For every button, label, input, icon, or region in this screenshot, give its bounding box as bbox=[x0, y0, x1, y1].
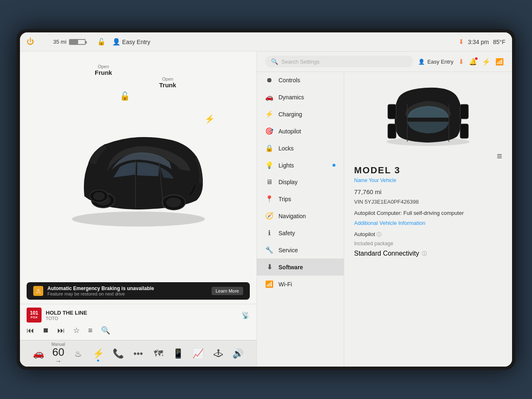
battery-section: 35 mi bbox=[53, 39, 86, 45]
status-bar: ⏻ 35 mi 🔓 👤 Easy Entry ⬇ 3:34 pm 85°F bbox=[20, 32, 512, 52]
header-download-icon[interactable]: ⬇ bbox=[458, 58, 464, 66]
search-icon: 🔍 bbox=[271, 58, 278, 65]
vehicle-top-view-image bbox=[370, 80, 486, 147]
header-bell-icon[interactable]: 🔔 bbox=[469, 58, 477, 66]
taskbar-speed: Manual 60 → bbox=[48, 340, 68, 367]
svg-point-6 bbox=[93, 192, 105, 200]
main-content: Open Frunk Open Trunk 🔓 ⚡ bbox=[20, 52, 512, 367]
display-icon: 🖥 bbox=[265, 178, 273, 186]
header-signal-icon[interactable]: 📶 bbox=[495, 58, 504, 66]
music-station: 101 FOX HOLD THE LINE TOTO 📡 bbox=[27, 308, 250, 323]
locks-icon: 🔒 bbox=[265, 144, 273, 152]
nav-item-locks[interactable]: 🔒 Locks bbox=[257, 140, 344, 157]
clock: 3:34 pm bbox=[468, 39, 489, 45]
alert-text: Automatic Emergency Braking is unavailab… bbox=[47, 286, 207, 296]
door-lock-icon[interactable]: 🔓 bbox=[120, 91, 130, 101]
trunk-label[interactable]: Open Trunk bbox=[159, 76, 176, 89]
emergency-braking-alert: ⚠ Automatic Emergency Braking is unavail… bbox=[27, 282, 250, 300]
profile-icon: 👤 bbox=[112, 38, 121, 46]
search-box[interactable]: 🔍 Search Settings bbox=[265, 56, 413, 67]
volume-icon: 🔊 bbox=[232, 348, 244, 359]
settings-header: 🔍 Search Settings 👤 Easy Entry ⬇ 🔔 ⚡ bbox=[257, 52, 512, 72]
next-track-button[interactable]: ⏭ bbox=[57, 326, 65, 335]
autopilot-package: Included package bbox=[354, 241, 502, 246]
status-center: 🔓 👤 Easy Entry bbox=[97, 38, 150, 46]
svg-point-0 bbox=[72, 212, 205, 227]
music-controls: ⏮ ⏹ ⏭ ☆ ≡ 🔍 bbox=[27, 324, 250, 337]
nav-item-display[interactable]: 🖥 Display bbox=[257, 174, 344, 190]
connectivity-row: Standard Connectivity ⓘ bbox=[354, 250, 502, 257]
taskbar: 🚗 Manual 60 → ♨ ⚡ bbox=[20, 340, 256, 367]
left-panel: Open Frunk Open Trunk 🔓 ⚡ bbox=[20, 52, 257, 367]
cast-icon[interactable]: 📡 bbox=[241, 311, 250, 319]
taskbar-volume[interactable]: 🔊 bbox=[228, 340, 248, 367]
taskbar-media[interactable]: 📱 bbox=[168, 340, 188, 367]
header-profile-icon: 👤 bbox=[418, 59, 425, 65]
name-vehicle-link[interactable]: Name Your Vehicle bbox=[354, 177, 502, 183]
learn-more-button[interactable]: Learn More bbox=[212, 287, 243, 295]
driver-profile[interactable]: 👤 Easy Entry bbox=[112, 38, 150, 46]
taskbar-bluetooth[interactable]: ⚡ bbox=[88, 340, 108, 367]
nav-item-controls[interactable]: ⏺ Controls bbox=[257, 72, 344, 89]
equalizer-button[interactable]: ≡ bbox=[88, 326, 93, 335]
navigation-icon: 🗺 bbox=[154, 348, 163, 359]
nav-item-wifi[interactable]: 📶 Wi-Fi bbox=[257, 276, 344, 293]
alert-icon: ⚠ bbox=[33, 286, 43, 296]
speed-arrow-icon: → bbox=[55, 357, 62, 365]
status-download-icon[interactable]: ⬇ bbox=[458, 38, 464, 46]
nav-item-software[interactable]: ⬇ Software bbox=[257, 259, 344, 276]
header-profile[interactable]: 👤 Easy Entry bbox=[418, 59, 453, 65]
svg-rect-14 bbox=[388, 124, 396, 138]
header-bluetooth-icon[interactable]: ⚡ bbox=[482, 58, 490, 66]
service-icon: 🔧 bbox=[265, 246, 273, 254]
taskbar-nav[interactable]: 🗺 bbox=[148, 340, 168, 367]
charging-icon: ⚡ bbox=[265, 110, 273, 118]
nav-item-autopilot[interactable]: 🎯 Autopilot bbox=[257, 123, 344, 140]
trips-icon: 📍 bbox=[265, 195, 273, 203]
heat-icon: ♨ bbox=[74, 349, 82, 359]
car-icon: 🚗 bbox=[33, 348, 44, 359]
car-image-area bbox=[354, 80, 502, 147]
taskbar-car-icon[interactable]: 🚗 bbox=[28, 340, 48, 367]
music-player: 101 FOX HOLD THE LINE TOTO 📡 ⏮ ⏹ ⏭ ☆ bbox=[20, 304, 256, 340]
lock-icon[interactable]: 🔓 bbox=[97, 38, 106, 46]
svg-rect-13 bbox=[388, 104, 396, 119]
frunk-label[interactable]: Open Frunk bbox=[95, 64, 112, 76]
nav-item-charging[interactable]: ⚡ Charging bbox=[257, 106, 344, 123]
connectivity-info-icon[interactable]: ⓘ bbox=[422, 250, 427, 257]
vehicle-autopilot-computer: Autopilot Computer: Full self-driving co… bbox=[354, 209, 502, 217]
taskbar-chart[interactable]: 📈 bbox=[188, 340, 208, 367]
svg-rect-15 bbox=[460, 104, 468, 119]
vehicle-autopilot-label: Autopilot ⓘ bbox=[354, 230, 502, 239]
taskbar-driver[interactable]: 🕹 bbox=[208, 340, 228, 367]
status-right: ⬇ 3:34 pm 85°F bbox=[458, 38, 505, 46]
more-icon: ••• bbox=[133, 348, 143, 359]
favorite-button[interactable]: ☆ bbox=[73, 326, 80, 335]
track-info: HOLD THE LINE TOTO bbox=[46, 310, 237, 321]
additional-vehicle-info-link[interactable]: Additional Vehicle Information bbox=[354, 220, 502, 226]
autopilot-info-icon[interactable]: ⓘ bbox=[377, 232, 382, 237]
nav-item-service[interactable]: 🔧 Service bbox=[257, 241, 344, 259]
vehicle-model: MODEL 3 bbox=[354, 165, 502, 176]
media-icon: 📱 bbox=[172, 348, 184, 359]
dynamics-icon: 🚗 bbox=[265, 93, 273, 101]
vehicle-menu-icon[interactable]: ≡ bbox=[497, 151, 502, 162]
nav-item-trips[interactable]: 📍 Trips bbox=[257, 190, 344, 207]
stop-button[interactable]: ⏹ bbox=[42, 327, 49, 334]
connectivity-label: Standard Connectivity bbox=[354, 250, 419, 257]
settings-nav: ⏺ Controls 🚗 Dynamics ⚡ Charging 🎯 bbox=[257, 72, 344, 367]
navigation-settings-icon: 🧭 bbox=[265, 212, 273, 220]
nav-item-dynamics[interactable]: 🚗 Dynamics bbox=[257, 89, 344, 106]
nav-item-safety[interactable]: ℹ Safety bbox=[257, 224, 344, 241]
nav-item-navigation[interactable]: 🧭 Navigation bbox=[257, 207, 344, 224]
nav-item-lights[interactable]: 💡 Lights bbox=[257, 157, 344, 174]
taskbar-heat-icon[interactable]: ♨ bbox=[68, 340, 88, 367]
power-icon[interactable]: ⏻ bbox=[27, 37, 34, 46]
prev-track-button[interactable]: ⏮ bbox=[27, 326, 34, 335]
taskbar-more[interactable]: ••• bbox=[128, 340, 148, 367]
safety-icon: ℹ bbox=[265, 229, 273, 237]
search-music-button[interactable]: 🔍 bbox=[101, 326, 110, 335]
phone-icon: 📞 bbox=[113, 348, 124, 359]
taskbar-phone[interactable]: 📞 bbox=[108, 340, 128, 367]
svg-point-4 bbox=[166, 197, 181, 207]
